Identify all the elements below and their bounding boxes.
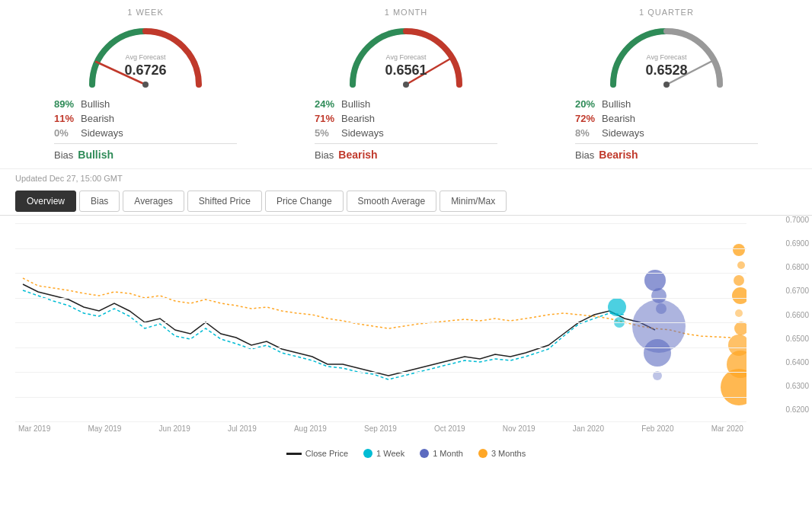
divider-month [315,143,497,144]
gauge-svg-quarter: Avg Forecast 0.6528 [598,20,735,92]
x-label-2: May 2019 [88,424,121,433]
legend-1week-icon [363,449,372,458]
svg-point-1 [142,82,149,88]
tab-smooth-average[interactable]: Smooth Average [347,191,437,212]
bullish-row-week: 89% Bullish [54,98,237,110]
y-label-2: 0.6900 [766,239,809,248]
bias-row-week: Bias Bullish [54,149,237,161]
bias-value-week: Bullish [78,149,113,161]
panel-month: 1 MONTH Avg Forecast 0.6561 24% Bullish … [299,8,513,161]
chart-area: 0.7000 0.6900 0.6800 0.6700 0.6600 0.650… [0,216,812,444]
svg-text:0.6561: 0.6561 [385,62,427,78]
bearish-pct-quarter: 72% [575,113,602,124]
legend-1week: 1 Week [363,449,404,458]
tab-averages[interactable]: Averages [123,191,184,212]
gauge-month: Avg Forecast 0.6561 [337,20,475,92]
legend-3months: 3 Months [478,449,526,458]
sideways-row-quarter: 8% Sideways [575,127,758,139]
bubble-3m-6 [734,322,746,335]
grid-line-6 [15,347,746,348]
tab-shifted-price[interactable]: Shifted Price [187,191,262,212]
legend-3months-icon [478,449,488,458]
grid-line-1 [15,223,746,224]
tab-bias[interactable]: Bias [79,191,120,212]
divider-week [54,143,237,144]
legend-1month-label: 1 Month [433,449,463,458]
sideways-row-week: 0% Sideways [54,127,237,139]
legend-1week-label: 1 Week [376,449,404,458]
x-label-10: Feb 2020 [641,424,673,433]
bubble-week-1 [608,298,626,316]
gauge-quarter: Avg Forecast 0.6528 [598,20,735,92]
grid-line-9 [15,421,746,422]
y-label-4: 0.6700 [766,287,809,295]
x-label-5: Aug 2019 [294,424,327,433]
grid-line-2 [15,248,746,249]
legend-close-price-icon [286,453,302,455]
bias-text-week: Bias [54,149,73,161]
x-label-1: Mar 2019 [18,424,50,433]
tabs-container: Overview Bias Averages Shifted Price Pri… [0,187,812,216]
panel-week: 1 WEEK Avg Forecast 0.6726 89% Bullish [39,8,252,161]
legend-3months-label: 3 Months [491,449,526,458]
x-axis: Mar 2019 May 2019 Jun 2019 Jul 2019 Aug … [15,424,746,433]
bubble-3m-2 [737,261,745,269]
x-label-6: Sep 2019 [364,424,397,433]
svg-text:Avg Forecast: Avg Forecast [386,53,427,61]
chart-inner [15,223,746,421]
legend-1month-icon [420,449,429,458]
bias-value-month: Bearish [338,149,377,161]
y-label-6: 0.6500 [766,335,809,343]
bearish-row-month: 71% Bearish [315,113,497,124]
bubble-3m-1 [733,244,745,256]
svg-text:0.6726: 0.6726 [124,62,166,78]
y-label-9: 0.6200 [766,405,809,414]
bubble-3m-large [721,369,746,405]
y-axis: 0.7000 0.6900 0.6800 0.6700 0.6600 0.650… [766,216,812,414]
bearish-row-week: 11% Bearish [54,113,237,124]
bubble-3m-3 [734,275,744,286]
tab-price-change[interactable]: Price Change [265,191,344,212]
panel-quarter: 1 QUARTER Avg Forecast 0.6528 20% Bullis… [560,8,773,161]
x-label-9: Jan 2020 [573,424,604,433]
bubble-3m-4 [732,287,746,304]
bubble-3m-5 [735,309,743,317]
tab-overview[interactable]: Overview [15,191,76,212]
forecast-section: 1 WEEK Avg Forecast 0.6726 89% Bullish [0,0,812,169]
legend-1month: 1 Month [420,449,463,458]
gauge-week: Avg Forecast 0.6726 [77,20,214,92]
bullish-pct-month: 24% [315,98,341,110]
grid-line-8 [15,397,746,398]
gauge-svg-week: Avg Forecast 0.6726 [77,20,214,92]
sideways-pct-month: 5% [315,127,341,139]
bearish-row-quarter: 72% Bearish [575,113,758,124]
bullish-pct-quarter: 20% [575,98,602,110]
x-label-3: Jun 2019 [159,424,190,433]
grid-line-4 [15,298,746,299]
grid-line-7 [15,372,746,373]
legend-close-price-label: Close Price [305,449,348,458]
sideways-row-month: 5% Sideways [315,127,497,139]
tab-minim-max[interactable]: Minim/Max [440,191,507,212]
svg-point-5 [403,82,409,88]
grid-line-5 [15,322,746,323]
bullish-pct-week: 89% [54,98,81,110]
bias-value-quarter: Bearish [599,149,638,161]
y-label-7: 0.6400 [766,358,809,367]
sideways-pct-quarter: 8% [575,127,602,139]
bullish-label-week: Bullish [81,98,110,110]
svg-text:0.6528: 0.6528 [645,62,687,78]
period-label-month: 1 MONTH [385,8,428,17]
updated-label: Updated Dec 27, 15:00 GMT [0,169,812,187]
bias-row-quarter: Bias Bearish [575,149,758,161]
bubble-month-4 [644,339,671,367]
bullish-row-month: 24% Bullish [315,98,497,110]
bearish-label-week: Bearish [81,113,114,124]
svg-text:Avg Forecast: Avg Forecast [647,53,687,61]
period-label-quarter: 1 QUARTER [639,8,694,17]
y-label-1: 0.7000 [766,216,809,224]
sideways-label-week: Sideways [81,127,123,139]
bullish-row-quarter: 20% Bullish [575,98,758,110]
x-label-4: Jul 2019 [228,424,257,433]
legend-close-price: Close Price [286,449,348,458]
